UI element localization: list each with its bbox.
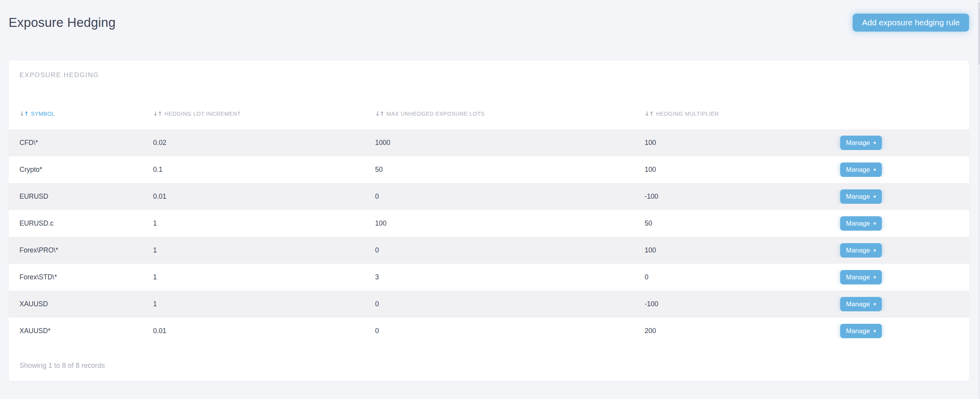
sort-descending-icon: ↓ [645,110,649,117]
max-unhedged-exposure-lots-cell: 0 [375,246,645,254]
table-row: XAUUSD* 0.01 0 200 Manage ▾ [9,318,969,344]
symbol-cell: EURUSD.c [9,219,153,228]
manage-button-label: Manage [846,139,870,147]
hedging-lot-increment-cell: 0.01 [153,327,375,335]
manage-button-label: Manage [846,193,870,201]
symbol-cell: EURUSD [9,192,153,201]
table-row: Crypto* 0.1 50 100 Manage ▾ [9,156,969,183]
max-unhedged-exposure-lots-cell: 3 [375,273,645,281]
dropdown-caret-icon: ▾ [873,275,876,280]
manage-button-label: Manage [846,166,870,174]
symbol-cell: Crypto* [9,166,153,174]
actions-cell: Manage ▾ [832,189,969,204]
dropdown-caret-icon: ▾ [873,328,876,334]
symbol-cell: Forex\PRO\* [9,246,153,254]
records-status: Showing 1 to 8 of 8 records [9,361,969,370]
sort-arrows-icon: ↓↑ [375,111,384,117]
sort-arrows-icon: ↓↑ [153,111,162,117]
hedging-lot-increment-cell: 1 [153,273,375,281]
table-row: EURUSD.c 1 100 50 Manage ▾ [9,210,969,237]
sort-arrows-icon: ↓↑ [19,111,28,117]
actions-cell: Manage ▾ [832,216,969,231]
actions-cell: Manage ▾ [832,270,969,284]
hedging-lot-increment-cell: 1 [153,246,375,254]
manage-button[interactable]: Manage ▾ [840,243,882,258]
dropdown-caret-icon: ▾ [873,167,876,172]
manage-button[interactable]: Manage ▾ [840,162,882,177]
max-unhedged-exposure-lots-cell: 50 [375,166,645,174]
hedging-multiplier-cell: -100 [645,300,832,308]
manage-button-label: Manage [846,300,870,308]
manage-button[interactable]: Manage ▾ [840,324,882,338]
top-bar: Exposure Hedging Add exposure hedging ru… [0,0,980,45]
add-exposure-hedging-rule-button[interactable]: Add exposure hedging rule [853,14,969,32]
manage-button[interactable]: Manage ▾ [840,136,882,150]
column-header-hedging-lot-increment[interactable]: ↓↑ HEDGING LOT INCREMENT [153,111,375,117]
table-row: XAUUSD 1 0 -100 Manage ▾ [9,291,969,318]
column-header-hedging-multiplier[interactable]: ↓↑ HEDGING MULTIPLIER [645,111,832,117]
max-unhedged-exposure-lots-cell: 0 [375,300,645,308]
sort-descending-icon: ↓ [375,110,380,117]
column-header-label: HEDGING MULTIPLIER [656,111,719,117]
hedging-lot-increment-cell: 1 [153,219,375,228]
max-unhedged-exposure-lots-cell: 0 [375,192,645,201]
sort-descending-icon: ↓ [153,110,158,117]
hedging-multiplier-cell: 100 [645,166,832,174]
exposure-hedging-card: EXPOSURE HEDGING ↓↑ SYMBOL ↓↑ HEDGING LO… [9,60,969,381]
hedging-multiplier-cell: 100 [645,139,832,147]
table-row: Forex\STD\* 1 3 0 Manage ▾ [9,264,969,291]
hedging-multiplier-cell: 50 [645,219,832,228]
max-unhedged-exposure-lots-cell: 1000 [375,139,645,147]
table-row: EURUSD 0.01 0 -100 Manage ▾ [9,183,969,210]
dropdown-caret-icon: ▾ [873,302,876,307]
manage-button-label: Manage [846,247,870,254]
dropdown-caret-icon: ▾ [873,140,876,145]
table-header-row: ↓↑ SYMBOL ↓↑ HEDGING LOT INCREMENT ↓↑ MA… [9,98,969,129]
column-header-label: SYMBOL [31,111,55,117]
dropdown-caret-icon: ▾ [873,194,876,199]
table-row: CFD\* 0.02 1000 100 Manage ▾ [9,129,969,156]
hedging-multiplier-cell: 0 [645,273,832,281]
actions-cell: Manage ▾ [832,297,969,311]
manage-button[interactable]: Manage ▾ [840,297,882,311]
sort-descending-icon: ↓ [19,110,24,117]
actions-cell: Manage ▾ [832,243,969,258]
sort-ascending-icon: ↑ [158,110,162,117]
table-row: Forex\PRO\* 1 0 100 Manage ▾ [9,237,969,264]
manage-button-label: Manage [846,274,870,281]
column-header-label: HEDGING LOT INCREMENT [164,111,241,117]
dropdown-caret-icon: ▾ [873,221,876,226]
actions-cell: Manage ▾ [832,162,969,177]
actions-cell: Manage ▾ [832,324,969,338]
symbol-cell: XAUUSD [9,300,153,308]
sort-ascending-icon: ↑ [649,110,654,117]
actions-cell: Manage ▾ [832,136,969,150]
manage-button-label: Manage [846,220,870,228]
manage-button-label: Manage [846,327,870,335]
symbol-cell: XAUUSD* [9,327,153,335]
page-title: Exposure Hedging [9,15,116,30]
hedging-lot-increment-cell: 1 [153,300,375,308]
symbol-cell: Forex\STD\* [9,273,153,281]
max-unhedged-exposure-lots-cell: 0 [375,327,645,335]
card-title: EXPOSURE HEDGING [9,71,969,80]
scrollbar-thumb[interactable] [978,2,980,65]
column-header-label: MAX UNHEDGED EXPOSURE LOTS [386,111,485,117]
column-header-max-unhedged-exposure-lots[interactable]: ↓↑ MAX UNHEDGED EXPOSURE LOTS [375,111,645,117]
manage-button[interactable]: Manage ▾ [840,189,882,204]
max-unhedged-exposure-lots-cell: 100 [375,219,645,228]
hedging-lot-increment-cell: 0.01 [153,192,375,201]
scrollbar[interactable] [978,0,980,399]
symbol-cell: CFD\* [9,139,153,147]
hedging-multiplier-cell: -100 [645,192,832,201]
hedging-multiplier-cell: 200 [645,327,832,335]
hedging-lot-increment-cell: 0.1 [153,166,375,174]
hedging-multiplier-cell: 100 [645,246,832,254]
sort-ascending-icon: ↑ [24,110,29,117]
dropdown-caret-icon: ▾ [873,248,876,253]
table-body: CFD\* 0.02 1000 100 Manage ▾ Crypto* 0.1… [9,129,969,344]
column-header-symbol[interactable]: ↓↑ SYMBOL [9,111,153,117]
manage-button[interactable]: Manage ▾ [840,216,882,231]
sort-ascending-icon: ↑ [380,110,384,117]
manage-button[interactable]: Manage ▾ [840,270,882,284]
